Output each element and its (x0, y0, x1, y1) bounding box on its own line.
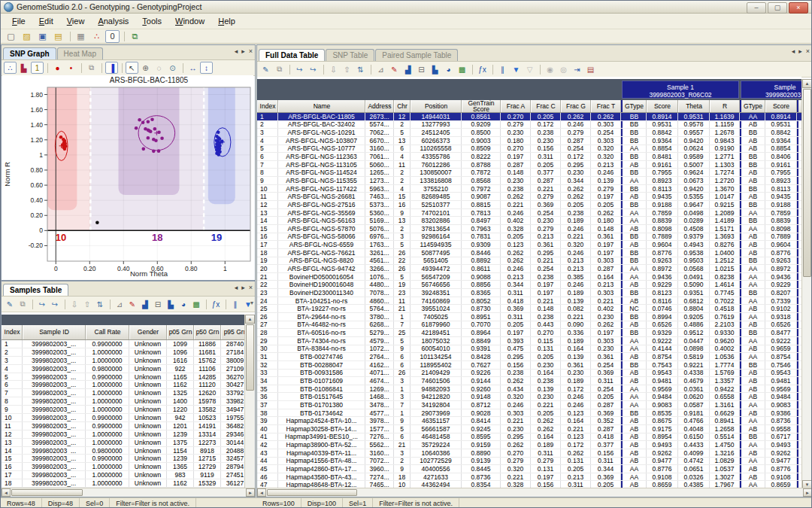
histogram-icon[interactable]: ▙ (429, 63, 441, 75)
sort-ascending-icon[interactable]: ⇩ (68, 298, 80, 310)
scroll-left-icon[interactable]: ◄ (257, 488, 266, 497)
sort-descending-icon[interactable]: ⇧ (341, 63, 353, 75)
columns-icon[interactable]: ∥ (496, 63, 509, 75)
close-button[interactable]: × (789, 2, 808, 14)
copy-plot-icon[interactable]: ⧉ (85, 62, 98, 74)
tab-heat-map[interactable]: Heat Map (57, 47, 103, 59)
table-row[interactable]: 12ARS-BFGL-NGS-275165373...16525103770.8… (257, 201, 801, 209)
bar-plot-icon[interactable]: ▟ (401, 63, 414, 75)
dock-right-arrow-icon[interactable]: ▸ (241, 284, 245, 291)
table-row[interactable]: 153999802003_...0.9900000Unknown12391271… (2, 455, 245, 463)
table-row[interactable]: 123999802003_...1.0000000Unknown12391331… (2, 430, 245, 439)
table-row[interactable]: 5ARS-BFGL-NGS-107773160...61102655580.85… (257, 145, 801, 154)
export-displayed-icon[interactable]: ↪ (293, 63, 306, 75)
table-row[interactable]: 38BTB-017346424577...1290739690.90280.30… (257, 409, 801, 418)
table-row[interactable]: 42Hapmap38900-BTA-52...5562...2135729224… (257, 441, 801, 449)
dock-right-arrow-icon[interactable]: ▸ (241, 47, 245, 55)
column-header-6[interactable]: p95 Grn (221, 325, 245, 339)
table-row[interactable]: 43Hapmap40339-BTA-11...3160...3106403860… (257, 449, 801, 458)
menu-item-window[interactable]: Window (168, 15, 211, 27)
table-row[interactable]: 28BTA-60516-no-rs5279...25421894510.8964… (257, 329, 801, 337)
line-plot-icon[interactable]: ⊿ (374, 63, 387, 75)
column-header-10[interactable]: GType (621, 100, 647, 112)
table-row[interactable]: 1ARS-BFGL-BAC-118052673...12149440310.85… (257, 113, 801, 121)
column-header-1[interactable]: Name (278, 100, 365, 112)
panel-close-icon[interactable]: × (806, 47, 810, 55)
scatter-plot-icon[interactable]: ✎ (126, 298, 138, 310)
dock-left-arrow-icon[interactable]: ◂ (792, 47, 795, 55)
table-row[interactable]: 23BovineHD23000113407078...23392483510.8… (257, 289, 801, 297)
table-row[interactable]: 35BTB-010868411269...1948820930.92600.43… (257, 385, 801, 394)
table-row[interactable]: 133999802003_...1.0000000Unknown13751227… (2, 439, 245, 447)
table-row[interactable]: 16ARS-BFGL-NGS-580666976...3929861640.78… (257, 233, 801, 242)
column-header-3[interactable]: Gender (129, 325, 167, 339)
column-header-2[interactable]: Address (365, 100, 394, 112)
column-freeze-icon[interactable]: ⇥ (571, 63, 583, 75)
table-row[interactable]: 173999802003_...1.0000000Unknown98391192… (2, 471, 245, 479)
table-row[interactable]: 11ARS-BFGL-NGS-266817463...15826894850.9… (257, 193, 801, 201)
scatter-plot-icon[interactable]: ✎ (388, 63, 401, 75)
large-point-icon[interactable]: ● (51, 62, 64, 74)
table-row[interactable]: 33BTB-009315864071...26214094290.92260.2… (257, 370, 801, 378)
cluster-dots-icon[interactable]: ∴ (89, 30, 104, 43)
column-header-2[interactable]: Call Rate (86, 325, 129, 339)
menu-item-tools[interactable]: Tools (135, 15, 168, 27)
column-header-15[interactable]: Score (765, 100, 797, 112)
line-plot-icon[interactable]: ⊿ (114, 298, 126, 310)
zoom-tool-icon[interactable]: ⊙ (166, 62, 179, 74)
minimize-button[interactable]: – (747, 2, 766, 14)
toolbar-overflow-icon[interactable]: ▾ (250, 300, 253, 306)
scroll-up-icon[interactable]: ▲ (802, 79, 812, 88)
table-row[interactable]: 26BTA-29644-no-rs3780...174050250.89510.… (257, 313, 801, 321)
tab-paired-sample-table[interactable]: Paired Sample Table (375, 49, 458, 61)
panel-close-icon[interactable]: × (249, 284, 253, 291)
edit-mode-icon[interactable]: ✎ (259, 63, 272, 75)
table-row[interactable]: 7ARS-BFGL-NGS-1131055060...11760122860.8… (257, 161, 801, 169)
column-header-8[interactable]: Frac G (561, 100, 591, 112)
column-header-6[interactable]: Frac A (501, 100, 531, 112)
sort-az-icon[interactable]: ⇅ (94, 298, 106, 310)
sort-ascending-icon[interactable]: ⇩ (327, 63, 340, 75)
fit-vertical-icon[interactable]: ↕ (200, 62, 213, 74)
table-row[interactable]: 93999802003_...1.0000000Unknown122013582… (2, 406, 245, 414)
table-row[interactable]: 17ARS-BFGL-NGS-65591763...51145949350.93… (257, 241, 801, 249)
table-row[interactable]: 21BovineHD05000160541076...5565472090.90… (257, 273, 801, 281)
table-row[interactable]: 143999802003_...0.9800000Unknown11548918… (2, 447, 245, 455)
table-row[interactable]: 73999802003_...1.0000000Unknown132512620… (2, 389, 245, 397)
fit-horizontal-icon[interactable]: ↔ (186, 62, 199, 74)
pie-chart-icon[interactable]: ◕ (177, 298, 189, 310)
table-row[interactable]: 183999802003_...1.0000000Unknown11621532… (2, 479, 245, 488)
table-row[interactable]: 13999802003_...0.9900000Unknown109911886… (2, 340, 245, 348)
export-all-icon[interactable]: ↪ (49, 298, 61, 310)
table-row[interactable]: 23999802003_...1.0000000Unknown109611681… (2, 348, 245, 357)
histogram-view-icon[interactable]: ▙ (17, 62, 30, 74)
table-row[interactable]: 45Hapmap42860-BTA-17...3960...9404005560… (257, 465, 801, 473)
bar-plot-icon[interactable]: ▟ (139, 298, 151, 310)
table-row[interactable]: 22BovineHD19000160484480...19567466560.8… (257, 281, 801, 289)
copy-icon[interactable]: ⧉ (273, 63, 286, 75)
table-row[interactable]: 113999802003_...0.9900000Unknown12011419… (2, 422, 245, 430)
heatmap-icon[interactable]: ▩ (456, 63, 468, 75)
tab-snp-graph[interactable]: SNP Graph (3, 47, 56, 59)
menu-item-analysis[interactable]: Analysis (91, 15, 135, 27)
menu-item-help[interactable]: Help (211, 15, 242, 27)
lock-icon[interactable]: ◉ (544, 63, 556, 75)
table-row[interactable]: 24BTA-104251-no-rs4860...11741608690.805… (257, 297, 801, 306)
copy-icon[interactable]: ⧉ (17, 298, 29, 310)
table-row[interactable]: 6ARS-BFGL-NGS-1123637061...4433557860.82… (257, 153, 801, 161)
table-row[interactable]: 39Hapmap24524-BTA-10...3978...9463511570… (257, 417, 801, 425)
table-row[interactable]: 30BTA-83844-no-rs1072...9600540100.93910… (257, 345, 801, 354)
filter-icon[interactable]: ▼ (510, 63, 523, 75)
table-row[interactable]: 9ARS-BFGL-NGS-1153551273...21338168080.8… (257, 177, 801, 185)
table-row[interactable]: 46Hapmap43580-BTA-43...7274...1842716330… (257, 473, 801, 482)
data-vertical-scrollbar[interactable]: ▲ ▼ (801, 79, 812, 489)
pan-tool-icon[interactable]: ⊕ (139, 62, 152, 74)
table-row[interactable]: 3ARS-BFGL-NGS-102917062...5245124050.850… (257, 129, 801, 137)
table-row[interactable]: 103999802003_...0.9900000Unknown94210523… (2, 414, 245, 422)
table-row[interactable]: 63999802003_...1.0000000Unknown116211120… (2, 381, 245, 389)
table-row[interactable]: 2ARS-BFGL-BAC-324025574...2132779930.920… (257, 121, 801, 129)
menu-item-view[interactable]: View (60, 15, 92, 27)
scroll-left-icon[interactable]: ◄ (2, 488, 11, 497)
column-header-3[interactable]: Chr (394, 100, 411, 112)
table-row[interactable]: 43999802003_...0.9800000Unknown922111062… (2, 365, 245, 373)
